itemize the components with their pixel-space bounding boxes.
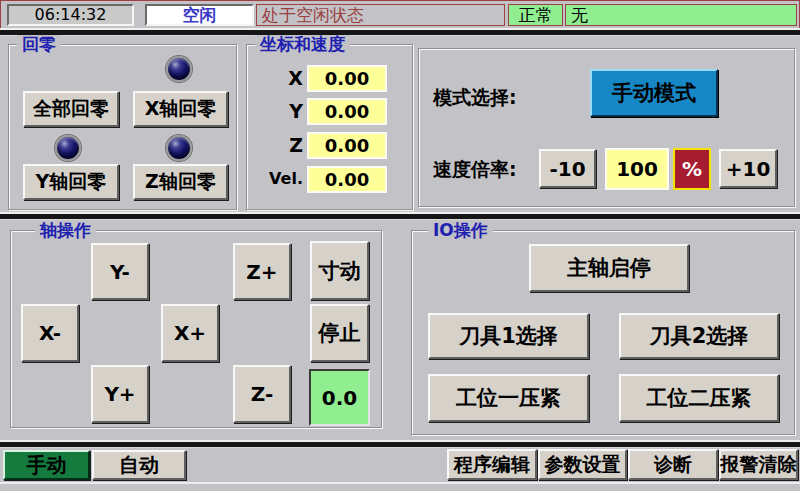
manual-mode-button[interactable]: 手动模式 xyxy=(590,69,718,117)
z-home-led-indicator xyxy=(166,135,192,161)
divider-bottom xyxy=(0,440,800,448)
homing-group-title: 回零 xyxy=(17,35,61,54)
jog-step-value-field[interactable]: 0.0 xyxy=(309,369,370,426)
override-decrease-button[interactable]: -10 xyxy=(539,149,596,188)
param-settings-button[interactable]: 参数设置 xyxy=(538,449,627,480)
spindle-toggle-button[interactable]: 主轴启停 xyxy=(529,244,689,292)
x-minus-button[interactable]: X- xyxy=(21,304,79,362)
alarm-clear-button[interactable]: 报警清除 xyxy=(719,449,798,480)
axis-group-title: 轴操作 xyxy=(35,221,96,240)
override-increase-button[interactable]: +10 xyxy=(719,149,777,188)
divider-middle xyxy=(0,212,800,220)
bottom-edge-line xyxy=(0,482,800,484)
percent-sign: % xyxy=(673,148,711,190)
clock-display: 06:14:32 xyxy=(7,4,134,26)
coords-group-title: 坐标和速度 xyxy=(255,35,350,54)
velocity-display: 0.00 xyxy=(307,166,387,193)
station1-clamp-button[interactable]: 工位一压紧 xyxy=(428,374,589,422)
homing-group: 回零 全部回零 X轴回零 Y轴回零 Z轴回零 xyxy=(8,44,237,210)
x-plus-button[interactable]: X+ xyxy=(161,304,219,362)
coords-group: 坐标和速度 X Y Z Vel. 0.00 0.00 0.00 0.00 xyxy=(246,44,413,210)
tool1-select-button[interactable]: 刀具1选择 xyxy=(428,313,589,359)
y-plus-button[interactable]: Y+ xyxy=(91,365,149,423)
y-coord-label: Y xyxy=(251,98,303,124)
vel-label: Vel. xyxy=(251,166,303,192)
z-coord-label: Z xyxy=(251,132,303,158)
y-minus-button[interactable]: Y- xyxy=(91,243,149,300)
tab-auto[interactable]: 自动 xyxy=(92,450,186,480)
alarm-message: 无 xyxy=(565,4,797,26)
x-coord-display: 0.00 xyxy=(307,65,387,92)
home-x-button[interactable]: X轴回零 xyxy=(133,91,228,127)
station2-clamp-button[interactable]: 工位二压紧 xyxy=(619,374,779,422)
axis-group: 轴操作 Y- Z+ 寸动 X- X+ 停止 Y+ Z- 0.0 xyxy=(10,230,382,428)
io-group: IO操作 主轴启停 刀具1选择 刀具2选择 工位一压紧 工位二压紧 xyxy=(411,230,795,435)
home-all-button[interactable]: 全部回零 xyxy=(23,91,119,127)
override-value-display: 100 xyxy=(605,148,669,190)
tool2-select-button[interactable]: 刀具2选择 xyxy=(619,313,779,359)
home-y-button[interactable]: Y轴回零 xyxy=(23,164,119,200)
z-coord-display: 0.00 xyxy=(307,132,387,159)
status-message: 处于空闲状态 xyxy=(256,4,505,26)
z-minus-button[interactable]: Z- xyxy=(233,365,291,423)
home-z-button[interactable]: Z轴回零 xyxy=(133,164,228,200)
stop-button[interactable]: 停止 xyxy=(310,304,369,362)
tab-manual[interactable]: 手动 xyxy=(3,450,90,480)
speed-override-label: 速度倍率: xyxy=(433,157,517,183)
z-plus-button[interactable]: Z+ xyxy=(233,243,291,300)
status-bar: 06:14:32 空闲 处于空闲状态 正常 无 xyxy=(0,0,800,28)
program-edit-button[interactable]: 程序编辑 xyxy=(447,449,537,480)
alarm-state-badge: 正常 xyxy=(508,4,563,26)
divider-top xyxy=(0,28,800,36)
y-coord-display: 0.00 xyxy=(307,98,387,125)
y-home-led-indicator xyxy=(55,135,81,161)
io-group-title: IO操作 xyxy=(428,221,493,240)
diagnosis-button[interactable]: 诊断 xyxy=(628,449,718,480)
jog-button[interactable]: 寸动 xyxy=(310,241,369,300)
mode-select-label: 模式选择: xyxy=(433,85,517,111)
x-coord-label: X xyxy=(251,65,303,91)
x-home-led-indicator xyxy=(166,56,192,82)
mode-panel: 模式选择: 手动模式 速度倍率: -10 100 % +10 xyxy=(418,48,795,207)
mode-status-display: 空闲 xyxy=(145,4,254,26)
